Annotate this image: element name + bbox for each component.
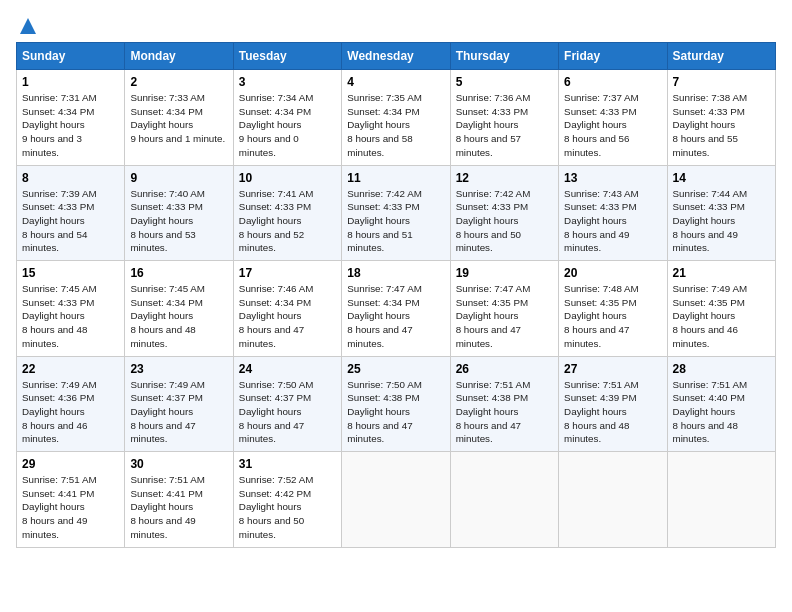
calendar-week-row: 8Sunrise: 7:39 AMSunset: 4:33 PMDaylight…	[17, 165, 776, 261]
day-content: Sunrise: 7:45 AMSunset: 4:33 PMDaylight …	[22, 282, 119, 351]
day-cell: 26Sunrise: 7:51 AMSunset: 4:38 PMDayligh…	[450, 356, 558, 452]
day-number: 24	[239, 362, 336, 376]
weekday-header: Wednesday	[342, 43, 450, 70]
weekday-header: Tuesday	[233, 43, 341, 70]
day-content: Sunrise: 7:38 AMSunset: 4:33 PMDaylight …	[673, 91, 770, 160]
day-number: 18	[347, 266, 444, 280]
logo-icon	[18, 16, 38, 36]
day-content: Sunrise: 7:35 AMSunset: 4:34 PMDaylight …	[347, 91, 444, 160]
day-cell: 23Sunrise: 7:49 AMSunset: 4:37 PMDayligh…	[125, 356, 233, 452]
day-cell: 22Sunrise: 7:49 AMSunset: 4:36 PMDayligh…	[17, 356, 125, 452]
day-cell: 19Sunrise: 7:47 AMSunset: 4:35 PMDayligh…	[450, 261, 558, 357]
day-cell: 31Sunrise: 7:52 AMSunset: 4:42 PMDayligh…	[233, 452, 341, 548]
day-content: Sunrise: 7:50 AMSunset: 4:37 PMDaylight …	[239, 378, 336, 447]
calendar-week-row: 29Sunrise: 7:51 AMSunset: 4:41 PMDayligh…	[17, 452, 776, 548]
day-content: Sunrise: 7:36 AMSunset: 4:33 PMDaylight …	[456, 91, 553, 160]
day-content: Sunrise: 7:51 AMSunset: 4:40 PMDaylight …	[673, 378, 770, 447]
day-cell: 24Sunrise: 7:50 AMSunset: 4:37 PMDayligh…	[233, 356, 341, 452]
day-content: Sunrise: 7:40 AMSunset: 4:33 PMDaylight …	[130, 187, 227, 256]
day-cell: 17Sunrise: 7:46 AMSunset: 4:34 PMDayligh…	[233, 261, 341, 357]
empty-day-cell	[342, 452, 450, 548]
empty-day-cell	[667, 452, 775, 548]
day-number: 23	[130, 362, 227, 376]
day-content: Sunrise: 7:34 AMSunset: 4:34 PMDaylight …	[239, 91, 336, 160]
calendar-week-row: 22Sunrise: 7:49 AMSunset: 4:36 PMDayligh…	[17, 356, 776, 452]
calendar-week-row: 1Sunrise: 7:31 AMSunset: 4:34 PMDaylight…	[17, 70, 776, 166]
day-cell: 8Sunrise: 7:39 AMSunset: 4:33 PMDaylight…	[17, 165, 125, 261]
day-number: 25	[347, 362, 444, 376]
day-number: 29	[22, 457, 119, 471]
day-number: 21	[673, 266, 770, 280]
day-content: Sunrise: 7:49 AMSunset: 4:35 PMDaylight …	[673, 282, 770, 351]
calendar-table: SundayMondayTuesdayWednesdayThursdayFrid…	[16, 42, 776, 548]
weekday-header: Saturday	[667, 43, 775, 70]
day-cell: 25Sunrise: 7:50 AMSunset: 4:38 PMDayligh…	[342, 356, 450, 452]
day-cell: 7Sunrise: 7:38 AMSunset: 4:33 PMDaylight…	[667, 70, 775, 166]
day-number: 12	[456, 171, 553, 185]
page-header	[16, 16, 776, 32]
weekday-header: Sunday	[17, 43, 125, 70]
day-cell: 15Sunrise: 7:45 AMSunset: 4:33 PMDayligh…	[17, 261, 125, 357]
day-cell: 3Sunrise: 7:34 AMSunset: 4:34 PMDaylight…	[233, 70, 341, 166]
day-cell: 11Sunrise: 7:42 AMSunset: 4:33 PMDayligh…	[342, 165, 450, 261]
day-content: Sunrise: 7:51 AMSunset: 4:39 PMDaylight …	[564, 378, 661, 447]
day-cell: 2Sunrise: 7:33 AMSunset: 4:34 PMDaylight…	[125, 70, 233, 166]
day-number: 19	[456, 266, 553, 280]
day-number: 30	[130, 457, 227, 471]
day-number: 16	[130, 266, 227, 280]
day-number: 4	[347, 75, 444, 89]
calendar-week-row: 15Sunrise: 7:45 AMSunset: 4:33 PMDayligh…	[17, 261, 776, 357]
day-cell: 12Sunrise: 7:42 AMSunset: 4:33 PMDayligh…	[450, 165, 558, 261]
day-content: Sunrise: 7:42 AMSunset: 4:33 PMDaylight …	[347, 187, 444, 256]
day-cell: 29Sunrise: 7:51 AMSunset: 4:41 PMDayligh…	[17, 452, 125, 548]
day-number: 20	[564, 266, 661, 280]
weekday-header: Friday	[559, 43, 667, 70]
day-cell: 10Sunrise: 7:41 AMSunset: 4:33 PMDayligh…	[233, 165, 341, 261]
day-content: Sunrise: 7:42 AMSunset: 4:33 PMDaylight …	[456, 187, 553, 256]
day-content: Sunrise: 7:39 AMSunset: 4:33 PMDaylight …	[22, 187, 119, 256]
day-cell: 20Sunrise: 7:48 AMSunset: 4:35 PMDayligh…	[559, 261, 667, 357]
day-content: Sunrise: 7:51 AMSunset: 4:41 PMDaylight …	[130, 473, 227, 542]
calendar-header-row: SundayMondayTuesdayWednesdayThursdayFrid…	[17, 43, 776, 70]
day-content: Sunrise: 7:47 AMSunset: 4:35 PMDaylight …	[456, 282, 553, 351]
day-cell: 18Sunrise: 7:47 AMSunset: 4:34 PMDayligh…	[342, 261, 450, 357]
empty-day-cell	[559, 452, 667, 548]
day-cell: 13Sunrise: 7:43 AMSunset: 4:33 PMDayligh…	[559, 165, 667, 261]
svg-marker-0	[20, 18, 36, 34]
logo	[16, 16, 38, 32]
day-content: Sunrise: 7:37 AMSunset: 4:33 PMDaylight …	[564, 91, 661, 160]
day-content: Sunrise: 7:41 AMSunset: 4:33 PMDaylight …	[239, 187, 336, 256]
weekday-header: Monday	[125, 43, 233, 70]
day-number: 3	[239, 75, 336, 89]
weekday-header: Thursday	[450, 43, 558, 70]
day-number: 5	[456, 75, 553, 89]
day-number: 27	[564, 362, 661, 376]
day-cell: 30Sunrise: 7:51 AMSunset: 4:41 PMDayligh…	[125, 452, 233, 548]
day-content: Sunrise: 7:48 AMSunset: 4:35 PMDaylight …	[564, 282, 661, 351]
day-cell: 6Sunrise: 7:37 AMSunset: 4:33 PMDaylight…	[559, 70, 667, 166]
day-content: Sunrise: 7:31 AMSunset: 4:34 PMDaylight …	[22, 91, 119, 160]
day-cell: 16Sunrise: 7:45 AMSunset: 4:34 PMDayligh…	[125, 261, 233, 357]
day-content: Sunrise: 7:51 AMSunset: 4:41 PMDaylight …	[22, 473, 119, 542]
day-number: 28	[673, 362, 770, 376]
day-number: 9	[130, 171, 227, 185]
day-number: 1	[22, 75, 119, 89]
day-number: 6	[564, 75, 661, 89]
day-number: 10	[239, 171, 336, 185]
day-content: Sunrise: 7:52 AMSunset: 4:42 PMDaylight …	[239, 473, 336, 542]
day-number: 14	[673, 171, 770, 185]
day-number: 13	[564, 171, 661, 185]
day-number: 8	[22, 171, 119, 185]
day-number: 2	[130, 75, 227, 89]
day-cell: 1Sunrise: 7:31 AMSunset: 4:34 PMDaylight…	[17, 70, 125, 166]
day-content: Sunrise: 7:47 AMSunset: 4:34 PMDaylight …	[347, 282, 444, 351]
day-cell: 28Sunrise: 7:51 AMSunset: 4:40 PMDayligh…	[667, 356, 775, 452]
day-content: Sunrise: 7:44 AMSunset: 4:33 PMDaylight …	[673, 187, 770, 256]
day-cell: 4Sunrise: 7:35 AMSunset: 4:34 PMDaylight…	[342, 70, 450, 166]
day-cell: 14Sunrise: 7:44 AMSunset: 4:33 PMDayligh…	[667, 165, 775, 261]
day-content: Sunrise: 7:43 AMSunset: 4:33 PMDaylight …	[564, 187, 661, 256]
day-content: Sunrise: 7:50 AMSunset: 4:38 PMDaylight …	[347, 378, 444, 447]
day-number: 15	[22, 266, 119, 280]
day-content: Sunrise: 7:46 AMSunset: 4:34 PMDaylight …	[239, 282, 336, 351]
day-number: 17	[239, 266, 336, 280]
